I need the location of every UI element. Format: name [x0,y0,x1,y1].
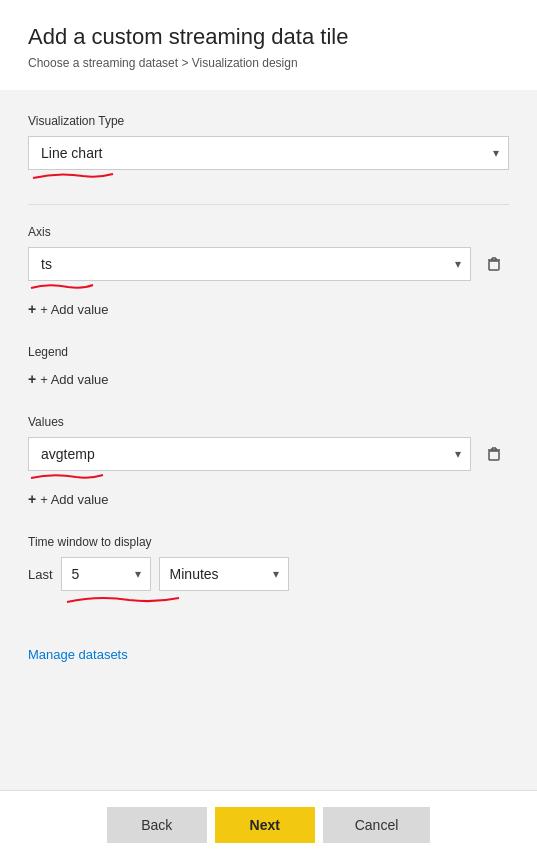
legend-label: Legend [28,345,509,359]
divider-1 [28,204,509,205]
axis-row: ts ▾ [28,247,509,281]
red-curve-values [28,471,108,481]
page-title: Add a custom streaming data tile [28,24,509,50]
legend-section: Legend + + Add value [28,345,509,391]
values-add-value-button[interactable]: + + Add value [28,487,109,511]
plus-icon: + [28,301,36,317]
main-content: Visualization Type Line chart Bar chart … [0,90,537,790]
values-row: avgtemp ▾ [28,437,509,471]
time-number-select[interactable]: 5 10 15 30 60 [61,557,151,591]
page-container: Add a custom streaming data tile Choose … [0,0,537,859]
time-window-label: Time window to display [28,535,509,549]
values-section: Values avgtemp ▾ [28,415,509,511]
time-row: Last 5 10 15 30 60 ▾ Minutes Hours [28,557,509,591]
time-unit-wrapper: Minutes Hours Days ▾ [159,557,289,591]
axis-add-value-label: + Add value [40,302,108,317]
time-number-wrapper: 5 10 15 30 60 ▾ [61,557,151,591]
red-curve-time [64,593,184,605]
axis-delete-button[interactable] [479,249,509,279]
plus-icon: + [28,371,36,387]
axis-select-wrapper: ts ▾ [28,247,471,281]
next-button[interactable]: Next [215,807,315,843]
cancel-button[interactable]: Cancel [323,807,431,843]
footer-bar: Back Next Cancel [0,790,537,859]
time-unit-select[interactable]: Minutes Hours Days [159,557,289,591]
visualization-type-label: Visualization Type [28,114,509,128]
trash-icon [485,445,503,463]
axis-label: Axis [28,225,509,239]
axis-select[interactable]: ts [28,247,471,281]
svg-rect-0 [489,261,499,270]
last-label: Last [28,567,53,582]
axis-section: Axis ts ▾ [28,225,509,321]
values-select[interactable]: avgtemp [28,437,471,471]
values-select-wrapper: avgtemp ▾ [28,437,471,471]
values-delete-button[interactable] [479,439,509,469]
values-label: Values [28,415,509,429]
back-button[interactable]: Back [107,807,207,843]
values-add-value-label: + Add value [40,492,108,507]
legend-add-value-button[interactable]: + + Add value [28,367,109,391]
time-window-section: Time window to display Last 5 10 15 30 6… [28,535,509,607]
visualization-type-wrapper: Line chart Bar chart Card Gauge Clustere… [28,136,509,170]
trash-icon [485,255,503,273]
legend-add-value-label: + Add value [40,372,108,387]
axis-add-value-button[interactable]: + + Add value [28,297,109,321]
visualization-type-select[interactable]: Line chart Bar chart Card Gauge Clustere… [28,136,509,170]
plus-icon: + [28,491,36,507]
svg-rect-5 [489,451,499,460]
red-curve-axis [28,281,98,291]
header-section: Add a custom streaming data tile Choose … [0,0,537,90]
red-curve-viz [28,170,118,180]
manage-datasets-link[interactable]: Manage datasets [28,647,128,662]
visualization-type-section: Visualization Type Line chart Bar chart … [28,114,509,180]
breadcrumb: Choose a streaming dataset > Visualizati… [28,56,509,70]
